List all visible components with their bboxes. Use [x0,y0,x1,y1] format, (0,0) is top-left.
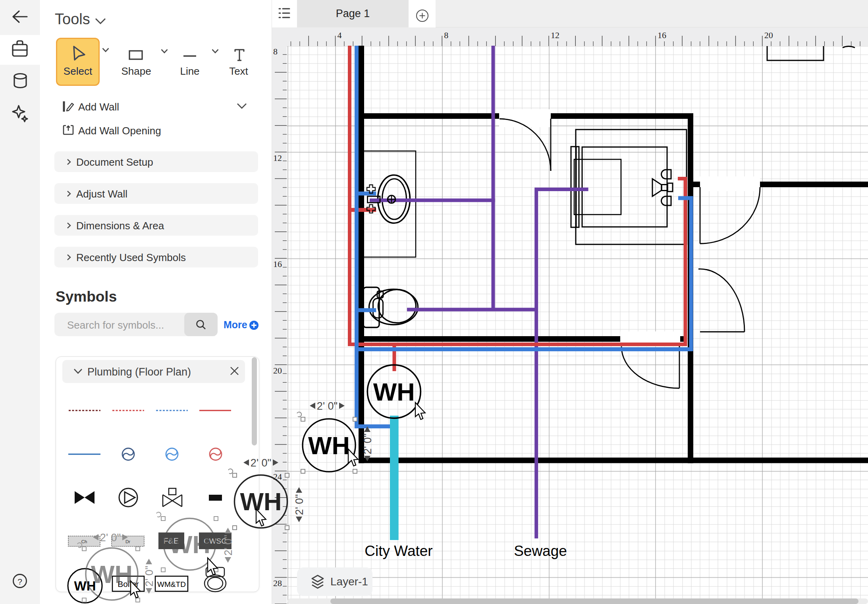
svg-text:WH: WH [169,530,210,558]
svg-text:2' 0": 2' 0" [362,434,374,454]
svg-text:2' 0": 2' 0" [293,494,305,515]
svg-text:WH: WH [91,560,133,588]
svg-text:2' 0": 2' 0" [100,532,121,544]
svg-text:WH: WH [240,488,282,515]
svg-text:2' 0": 2' 0" [222,535,234,556]
svg-text:2' 0": 2' 0" [317,400,338,412]
svg-text:WH: WH [308,432,350,459]
svg-text:2' 0": 2' 0" [143,566,155,587]
svg-text:2' 0": 2' 0" [251,457,271,469]
